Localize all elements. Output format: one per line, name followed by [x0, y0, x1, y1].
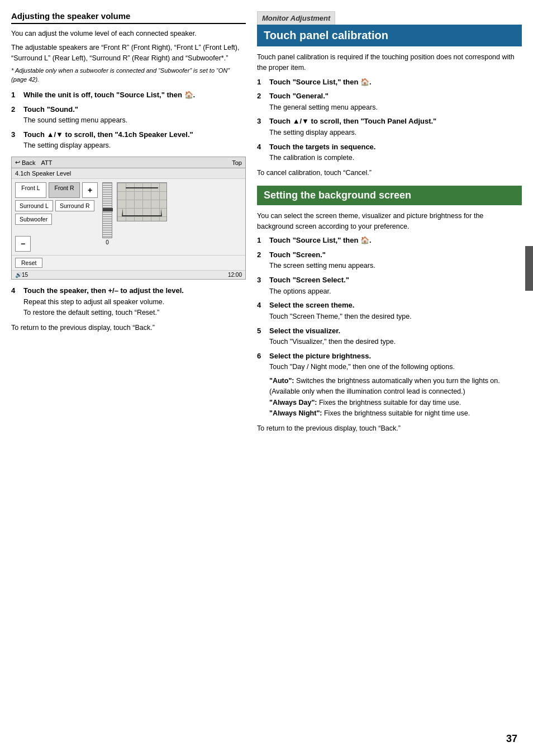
cancel-note: To cancel calibration, touch “Cancel.” — [257, 169, 522, 177]
bg-step-bold-4: Select the screen theme. — [269, 301, 354, 309]
speaker-ui-mockup: ↩ Back ATT Top 4.1ch Speaker Level Front… — [11, 157, 246, 280]
left-section-title: Adjusting the speaker volume — [11, 11, 246, 24]
touch-step-num-2: 2 — [257, 91, 267, 112]
bg-step-content-6: Select the picture brightness. Touch "Da… — [269, 351, 522, 419]
step-sub-3: The setting display appears. — [23, 140, 246, 151]
bg-step-5: 5 Select the visualizer. Touch "Visualiz… — [257, 325, 522, 347]
touch-step-num-1: 1 — [257, 77, 267, 88]
speaker-topbar: ↩ Back ATT Top — [12, 157, 245, 168]
step-num-3: 3 — [11, 129, 21, 151]
slider-track[interactable] — [102, 182, 112, 238]
bg-step-num-6: 6 — [257, 351, 267, 419]
status-left: 🔊15 — [15, 272, 28, 278]
touch-step-3: 3 Touch ▲/▼ to scroll, then "Touch Panel… — [257, 116, 522, 138]
subwoofer-btn[interactable]: Subwoofer — [15, 214, 52, 225]
back-button[interactable]: ↩ Back — [15, 159, 35, 166]
surround-r-btn[interactable]: Surround R — [55, 200, 94, 211]
level-label: 4.1ch Speaker Level — [12, 168, 245, 179]
touch-step-1: 1 Touch "Source List," then 🏠. — [257, 77, 522, 88]
bg-step-bold-6: Select the picture brightness. — [269, 352, 371, 360]
touch-panel-title: Touch panel calibration — [257, 25, 522, 46]
slider-thumb — [103, 208, 113, 211]
touch-step-bold-3: Touch ▲/▼ to scroll, then "Touch Panel A… — [269, 117, 436, 125]
speaker-row-1: Front L Front R + — [15, 182, 98, 198]
bg-step-bold-3: Touch "Screen Select." — [269, 276, 349, 284]
left-step-3: 3 Touch ▲/▼ to scroll, then "4.1ch Speak… — [11, 129, 246, 151]
touch-step-2: 2 Touch "General." The general setting m… — [257, 91, 522, 112]
bg-step-sub-4: Touch "Screen Theme," then the desired t… — [269, 311, 522, 322]
top-label: Top — [232, 159, 242, 166]
touch-step-content-1: Touch "Source List," then 🏠. — [269, 77, 522, 88]
reset-bar: Reset — [12, 255, 245, 270]
step-sub-4a: Repeat this step to adjust all speaker v… — [23, 297, 246, 308]
side-bar-indicator — [525, 246, 533, 291]
bg-option-night: "Always Night": Fixes the brightness sui… — [269, 408, 522, 419]
status-right: 12:00 — [228, 272, 242, 278]
bg-step-sub-2: The screen setting menu appears. — [269, 261, 522, 271]
bg-option-auto: "Auto": Switches the brightness automati… — [269, 376, 522, 397]
status-bar: 🔊15 12:00 — [12, 270, 245, 279]
bg-step-num-4: 4 — [257, 300, 267, 322]
intro-text-1: You can adjust the volume level of each … — [11, 29, 246, 39]
touch-step-sub-4: The calibration is complete. — [269, 153, 522, 163]
bg-step-sub-6: Touch "Day / Night mode," then one of th… — [269, 362, 522, 372]
bg-screen-section: Setting the background screen You can se… — [257, 186, 522, 432]
bg-step-num-1: 1 — [257, 235, 267, 246]
bg-option-day: "Always Day": Fixes the brightness suita… — [269, 398, 522, 408]
touch-step-content-2: Touch "General." The general setting men… — [269, 91, 522, 112]
step-content-2: Touch "Sound." The sound setting menu ap… — [23, 104, 246, 126]
two-column-layout: Adjusting the speaker volume You can adj… — [11, 11, 522, 745]
back-arrow-icon: ↩ — [15, 159, 20, 166]
touch-panel-intro: Touch panel calibration is required if t… — [257, 52, 522, 73]
home-icon-1: 🏠. — [184, 91, 196, 99]
surround-l-btn[interactable]: Surround L — [15, 200, 53, 211]
step-sub-4b: To restore the default setting, touch “R… — [23, 308, 246, 318]
step-num-2: 2 — [11, 104, 21, 126]
bg-step-content-2: Touch "Screen." The screen setting menu … — [269, 249, 522, 271]
touch-step-content-4: Touch the targets in sequence. The calib… — [269, 141, 522, 163]
intro-text-2: The adjustable speakers are “Front R” (F… — [11, 42, 246, 64]
speaker-main: Front L Front R + Surround L Surround R … — [12, 179, 245, 255]
step-bold-4: Touch the speaker, then +/– to adjust th… — [23, 286, 184, 295]
front-r-btn[interactable]: Front R — [49, 182, 80, 198]
bg-step-sub-3: The options appear. — [269, 286, 522, 297]
touch-step-num-3: 3 — [257, 116, 267, 138]
bg-back-note: To return to the previous display, touch… — [257, 424, 522, 432]
bg-step-content-3: Touch "Screen Select." The options appea… — [269, 275, 522, 296]
front-l-btn[interactable]: Front L — [15, 182, 46, 198]
home-icon-2: 🏠. — [360, 78, 372, 86]
speaker-row-4: − — [15, 236, 98, 252]
step-num-1: 1 — [11, 89, 21, 101]
touch-panel-steps: 1 Touch "Source List," then 🏠. 2 Touch "… — [257, 77, 522, 163]
step-bold-1: While the unit is off, touch "Source Lis… — [23, 91, 195, 99]
touch-step-sub-3: The setting display appears. — [269, 127, 522, 138]
bg-step-num-3: 3 — [257, 275, 267, 296]
reset-btn[interactable]: Reset — [15, 258, 42, 268]
bg-screen-steps: 1 Touch "Source List," then 🏠. 2 Touch "… — [257, 235, 522, 419]
left-step-4: 4 Touch the speaker, then +/– to adjust … — [11, 285, 246, 318]
touch-step-sub-2: The general setting menu appears. — [269, 102, 522, 113]
speaker-row-2: Surround L Surround R — [15, 200, 98, 211]
zero-label: 0 — [106, 239, 109, 245]
left-step-2: 2 Touch "Sound." The sound setting menu … — [11, 104, 246, 126]
touch-step-bold-4: Touch the targets in sequence. — [269, 143, 375, 151]
footnote: * Adjustable only when a subwoofer is co… — [11, 67, 246, 84]
page-container: Adjusting the speaker volume You can adj… — [0, 0, 533, 756]
bg-step-2: 2 Touch "Screen." The screen setting men… — [257, 249, 522, 271]
step-bold-2: Touch "Sound." — [23, 105, 78, 114]
left-column: Adjusting the speaker volume You can adj… — [11, 11, 246, 745]
plus-btn[interactable]: + — [82, 182, 98, 198]
touch-step-bold-2: Touch "General." — [269, 92, 329, 100]
bg-step-content-4: Select the screen theme. Touch "Screen T… — [269, 300, 522, 322]
bg-step-sub-5: Touch "Visualizer," then the desired typ… — [269, 337, 522, 347]
minus-btn[interactable]: − — [15, 236, 31, 252]
bg-screen-intro: You can select the screen theme, visuali… — [257, 211, 522, 232]
step-sub-2: The sound setting menu appears. — [23, 115, 246, 126]
step-num-4: 4 — [11, 285, 21, 318]
step-content-4: Touch the speaker, then +/– to adjust th… — [23, 285, 246, 318]
bg-step-1: 1 Touch "Source List," then 🏠. — [257, 235, 522, 246]
bg-step-content-5: Select the visualizer. Touch "Visualizer… — [269, 325, 522, 347]
monitor-label: Monitor Adjustment — [257, 11, 335, 25]
bg-step-num-5: 5 — [257, 325, 267, 347]
bg-step-num-2: 2 — [257, 249, 267, 271]
